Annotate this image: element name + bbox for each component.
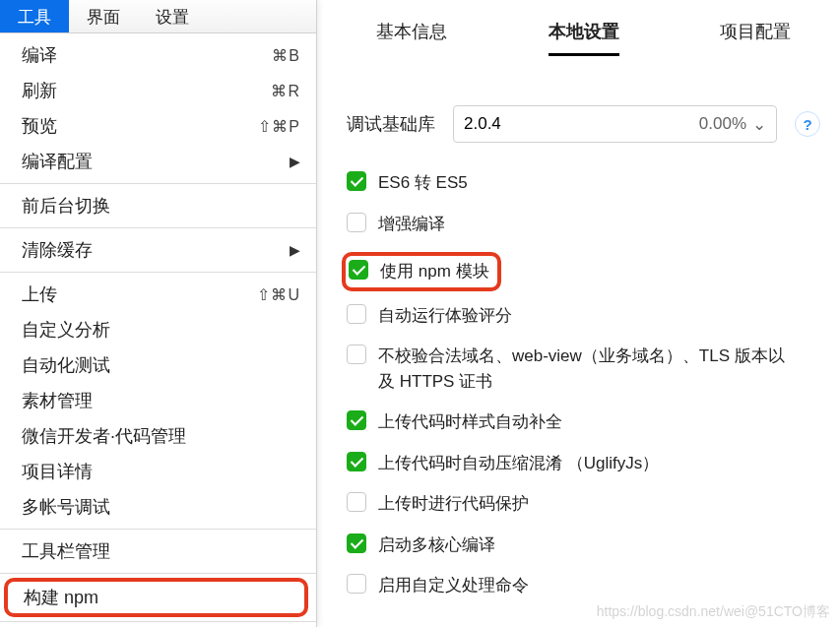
menu-preview[interactable]: 预览 ⇧⌘P xyxy=(0,108,316,144)
menu-fg-bg-switch[interactable]: 前后台切换 xyxy=(0,188,316,223)
checkbox-icon[interactable] xyxy=(347,452,366,471)
check-label: 增强编译 xyxy=(378,212,445,237)
watermark-text: https://blog.csdn.net/wei@51CTO博客 xyxy=(597,603,830,621)
chevron-right-icon: ▶ xyxy=(290,154,300,169)
menu-material-mgmt[interactable]: 素材管理 xyxy=(0,383,316,418)
menu-separator xyxy=(0,183,316,184)
check-multicore-compile[interactable]: 启动多核心编译 xyxy=(347,533,820,558)
menu-shortcut: ⌘B xyxy=(272,46,300,65)
menu-separator xyxy=(0,272,316,273)
check-label: 启用自定义处理命令 xyxy=(378,573,529,598)
tab-project-config[interactable]: 项目配置 xyxy=(720,20,791,56)
menu-custom-analyze[interactable]: 自定义分析 xyxy=(0,312,316,347)
check-label: 自动运行体验评分 xyxy=(378,303,512,329)
debug-lib-row: 调试基础库 2.0.4 0.00% ⌄ ? xyxy=(347,105,820,143)
settings-tabs: 基本信息 本地设置 项目配置 xyxy=(347,0,820,56)
check-auto-style-complete[interactable]: 上传代码时样式自动补全 xyxy=(347,409,820,435)
menubar-settings[interactable]: 设置 xyxy=(138,0,207,32)
debug-lib-percent: 0.00% xyxy=(699,114,746,134)
menu-label: 微信开发者·代码管理 xyxy=(22,424,186,448)
menu-label: 工具栏管理 xyxy=(22,539,110,563)
tab-basic-info[interactable]: 基本信息 xyxy=(376,20,447,56)
debug-lib-version: 2.0.4 xyxy=(464,114,501,134)
menu-label: 自定义分析 xyxy=(22,318,110,342)
settings-body: 调试基础库 2.0.4 0.00% ⌄ ? ES6 转 ES5 增强编译 使用 … xyxy=(347,56,820,598)
menu-shortcut: ⌘R xyxy=(271,82,300,100)
menu-auto-test[interactable]: 自动化测试 xyxy=(0,347,316,383)
help-icon[interactable]: ? xyxy=(795,111,820,137)
dropdown-menu-panel: 工具 界面 设置 编译 ⌘B 刷新 ⌘R 预览 ⇧⌘P 编译配置 ▶ 前后台切换… xyxy=(0,0,317,627)
menu-label: 前后台切换 xyxy=(22,194,110,218)
check-label: 上传代码时自动压缩混淆 （UglifyJs） xyxy=(378,451,659,476)
checkbox-icon[interactable] xyxy=(347,304,366,324)
menu-label: 清除缓存 xyxy=(22,238,93,262)
menu-label: 项目详情 xyxy=(22,460,93,483)
menu-toolbar-mgmt[interactable]: 工具栏管理 xyxy=(0,533,316,569)
menu-label: 素材管理 xyxy=(22,389,93,412)
checkbox-icon[interactable] xyxy=(347,410,366,430)
check-use-npm-module[interactable]: 使用 npm 模块 xyxy=(342,252,501,291)
menu-label: 自动化测试 xyxy=(22,353,110,377)
menu-upload[interactable]: 上传 ⇧⌘U xyxy=(0,277,316,312)
menu-label: 编译配置 xyxy=(22,150,93,173)
menu-clear-cache[interactable]: 清除缓存 ▶ xyxy=(0,232,316,268)
tools-menu-list: 编译 ⌘B 刷新 ⌘R 预览 ⇧⌘P 编译配置 ▶ 前后台切换 清除缓存 ▶ 上… xyxy=(0,33,316,627)
menu-project-detail[interactable]: 项目详情 xyxy=(0,454,316,489)
check-auto-uglify[interactable]: 上传代码时自动压缩混淆 （UglifyJs） xyxy=(347,451,820,476)
menu-separator xyxy=(0,621,316,622)
check-label: 不校验合法域名、web-view（业务域名）、TLS 版本以及 HTTPS 证书 xyxy=(378,344,792,394)
menu-shortcut: ⇧⌘U xyxy=(257,285,300,304)
menu-separator xyxy=(0,227,316,228)
menu-refresh[interactable]: 刷新 ⌘R xyxy=(0,73,316,108)
check-auto-experience-score[interactable]: 自动运行体验评分 xyxy=(347,303,820,329)
menu-shortcut: ⇧⌘P xyxy=(258,117,300,136)
menu-label: 刷新 xyxy=(22,79,57,102)
menu-separator xyxy=(0,573,316,574)
menubar: 工具 界面 设置 xyxy=(0,0,316,33)
check-label: 启动多核心编译 xyxy=(378,533,495,558)
menu-label: 预览 xyxy=(22,114,57,138)
debug-lib-select[interactable]: 2.0.4 0.00% ⌄ xyxy=(453,105,777,143)
menu-separator xyxy=(0,529,316,530)
checkbox-icon[interactable] xyxy=(347,533,366,553)
check-label: 上传代码时样式自动补全 xyxy=(378,409,562,435)
check-label: ES6 转 ES5 xyxy=(378,170,468,196)
menu-label: 构建 npm xyxy=(24,586,98,609)
checkbox-icon[interactable] xyxy=(347,574,366,594)
checkbox-icon[interactable] xyxy=(349,260,368,280)
checkbox-icon[interactable] xyxy=(347,213,366,232)
chevron-right-icon: ▶ xyxy=(290,242,300,258)
chevron-down-icon: ⌄ xyxy=(752,114,766,135)
menu-compile[interactable]: 编译 ⌘B xyxy=(0,37,316,73)
debug-lib-label: 调试基础库 xyxy=(347,112,435,136)
check-no-verify-domain[interactable]: 不校验合法域名、web-view（业务域名）、TLS 版本以及 HTTPS 证书 xyxy=(347,344,820,394)
check-custom-command[interactable]: 启用自定义处理命令 xyxy=(347,573,820,598)
tab-local-settings[interactable]: 本地设置 xyxy=(549,20,619,56)
check-code-protect[interactable]: 上传时进行代码保护 xyxy=(347,491,820,517)
menubar-tools[interactable]: 工具 xyxy=(0,0,69,32)
check-label: 使用 npm 模块 xyxy=(380,259,489,284)
menubar-ui[interactable]: 界面 xyxy=(69,0,138,32)
check-enhanced-compile[interactable]: 增强编译 xyxy=(347,212,820,237)
settings-panel: 基本信息 本地设置 项目配置 调试基础库 2.0.4 0.00% ⌄ ? ES6… xyxy=(317,0,840,627)
check-es6-to-es5[interactable]: ES6 转 ES5 xyxy=(347,170,820,196)
menu-label: 多帐号调试 xyxy=(22,495,110,519)
check-label: 上传时进行代码保护 xyxy=(378,491,529,517)
checkbox-icon[interactable] xyxy=(347,171,366,191)
menu-label: 编译 xyxy=(22,43,57,67)
menu-wechat-dev-code[interactable]: 微信开发者·代码管理 xyxy=(0,418,316,454)
menu-label: 上传 xyxy=(22,282,57,306)
menu-compile-config[interactable]: 编译配置 ▶ xyxy=(0,144,316,179)
menu-build-npm[interactable]: 构建 npm xyxy=(4,578,308,617)
checkbox-icon[interactable] xyxy=(347,492,366,512)
checkbox-icon[interactable] xyxy=(347,345,366,364)
menu-multi-account[interactable]: 多帐号调试 xyxy=(0,489,316,525)
